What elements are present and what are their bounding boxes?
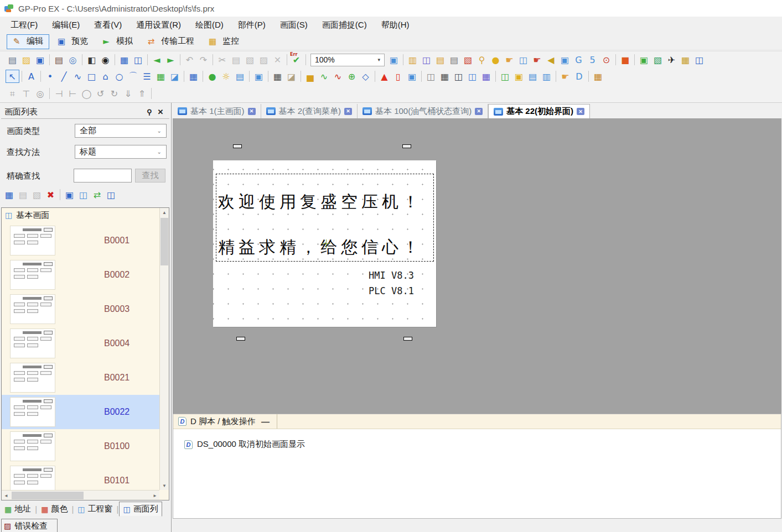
parts-list-icon[interactable]: ▤ bbox=[433, 53, 447, 66]
dscript-entry[interactable]: D DS_00000 取消初始画面显示 bbox=[184, 439, 781, 450]
data-display-icon[interactable]: ▤ bbox=[233, 70, 247, 83]
undo-icon[interactable]: ↶ bbox=[183, 53, 196, 66]
alarm-part-icon[interactable]: ▲ bbox=[377, 70, 391, 83]
screen-item-B0021[interactable]: B0021 bbox=[2, 361, 159, 395]
dot-tool-icon[interactable]: • bbox=[43, 70, 57, 83]
screen-tab-0[interactable]: 基本 1(主画面)✕ bbox=[173, 104, 261, 118]
screen-item-B0022[interactable]: B0022 bbox=[2, 395, 159, 429]
text-tool-icon[interactable]: A bbox=[24, 70, 38, 83]
list-paste-icon[interactable]: ▧ bbox=[30, 188, 44, 201]
save-project-icon[interactable]: ▣ bbox=[33, 53, 47, 66]
special-window-icon[interactable]: ▣ bbox=[512, 70, 526, 83]
language-change-icon[interactable]: ▣ bbox=[558, 53, 572, 66]
coil-icon[interactable]: ◯ bbox=[80, 87, 94, 100]
animation-edit-icon[interactable]: ▧ bbox=[461, 53, 475, 66]
hand-parts-icon[interactable]: ☛ bbox=[503, 53, 516, 66]
scroll-up-icon[interactable]: ▲ bbox=[160, 208, 169, 217]
list-delete-icon[interactable]: ✖ bbox=[44, 188, 58, 201]
hmi-version-text[interactable]: HMI V8.3 bbox=[369, 270, 414, 281]
paste-icon[interactable]: ▧ bbox=[243, 53, 257, 66]
scroll-left-icon[interactable]: ◄ bbox=[2, 491, 11, 500]
menu-item-6[interactable]: 画面(S) bbox=[273, 18, 315, 33]
backup-timer-icon[interactable]: ⊙ bbox=[599, 53, 613, 66]
screen-tab-2[interactable]: 基本 100(油气桶状态查询)✕ bbox=[358, 104, 488, 118]
timer-up-icon[interactable]: ↺ bbox=[94, 87, 107, 100]
close-panel-icon[interactable]: ✕ bbox=[155, 107, 166, 117]
remote-pc-icon[interactable]: ◫ bbox=[465, 70, 479, 83]
screen-item-B0002[interactable]: B0002 bbox=[2, 258, 159, 292]
menu-item-4[interactable]: 绘图(D) bbox=[188, 18, 231, 33]
ladder-tag-icon[interactable]: ⊤ bbox=[19, 87, 33, 100]
global-5-icon[interactable]: 5 bbox=[586, 53, 599, 66]
search-method-select[interactable]: 标题 ⌄ bbox=[75, 145, 167, 159]
menu-item-8[interactable]: 帮助(H) bbox=[374, 18, 417, 33]
transfer-color-icon[interactable]: ■ bbox=[618, 53, 632, 66]
new-project-icon[interactable]: ▤ bbox=[6, 53, 19, 66]
security-icon[interactable]: ● bbox=[489, 53, 503, 66]
print-preview-icon[interactable]: ◎ bbox=[66, 53, 80, 66]
window-clock-icon[interactable]: ◫ bbox=[516, 53, 530, 66]
sound-icon[interactable]: ◀ bbox=[544, 53, 558, 66]
line-tool-icon[interactable]: ╱ bbox=[57, 70, 71, 83]
scroll-thumb[interactable] bbox=[12, 492, 84, 499]
screen-capture-icon[interactable]: ◉ bbox=[99, 53, 112, 66]
welcome-line1[interactable]: 欢迎使用复盛空压机！ bbox=[218, 191, 423, 213]
redo-icon[interactable]: ↷ bbox=[196, 53, 210, 66]
touch-operation-icon[interactable]: ☛ bbox=[530, 53, 544, 66]
contact-b-icon[interactable]: ⊢ bbox=[66, 87, 80, 100]
screen-jump-icon[interactable]: ▣ bbox=[637, 53, 651, 66]
rect-tool-icon[interactable]: □ bbox=[85, 70, 99, 83]
text-display-icon[interactable]: ▣ bbox=[405, 70, 419, 83]
tab-color[interactable]: ▦颜色 bbox=[38, 502, 71, 516]
selection-handle[interactable] bbox=[233, 144, 242, 148]
list-preview-icon[interactable]: ▣ bbox=[63, 188, 76, 201]
image-import-icon[interactable]: ◪ bbox=[168, 70, 182, 83]
download-logic-icon[interactable]: ⇓ bbox=[121, 87, 135, 100]
compass-graph-icon[interactable]: ◇ bbox=[359, 70, 372, 83]
list-copy-multi-icon[interactable]: ◫ bbox=[76, 188, 90, 201]
screen-group-header[interactable]: ◫ 基本画面 bbox=[2, 208, 169, 222]
global-g-icon[interactable]: G bbox=[572, 53, 586, 66]
switch-part-icon[interactable]: ● bbox=[205, 70, 219, 83]
scatter-graph-icon[interactable]: ⊕ bbox=[345, 70, 359, 83]
delete-icon[interactable]: ✕ bbox=[271, 53, 284, 66]
tab-screen-list[interactable]: ◫画面列 bbox=[119, 502, 162, 517]
editor-canvas[interactable]: 欢迎使用复盛空压机！ 精益求精，给您信心！ HMI V8.3 PLC V8.1 bbox=[173, 118, 781, 414]
monitor-button[interactable]: ▦监控 bbox=[203, 34, 245, 49]
close-tab-icon[interactable]: ✕ bbox=[344, 108, 352, 115]
ellipse-tool-icon[interactable]: ○ bbox=[112, 70, 126, 83]
screen-item-B0101[interactable]: B0101 bbox=[2, 463, 159, 490]
screen-item-B0001[interactable]: B0001 bbox=[2, 223, 159, 258]
upload-logic-icon[interactable]: ⇑ bbox=[135, 87, 149, 100]
plc-version-text[interactable]: PLC V8.1 bbox=[369, 285, 414, 296]
menu-item-3[interactable]: 通用设置(R) bbox=[129, 18, 188, 33]
table-tool-icon[interactable]: ▦ bbox=[187, 70, 200, 83]
contact-a-icon[interactable]: ⊣ bbox=[52, 87, 66, 100]
keypad-part-icon[interactable]: ▦ bbox=[271, 70, 284, 83]
parts-box-icon[interactable]: ▦ bbox=[591, 70, 605, 83]
tab-error-check[interactable]: ▨ 错误检查 bbox=[1, 519, 58, 532]
select-cursor-icon[interactable]: ↖ bbox=[6, 70, 19, 83]
new-screen-icon[interactable]: ▦ bbox=[117, 53, 131, 66]
exact-search-input[interactable] bbox=[74, 169, 132, 182]
scroll-down-icon[interactable]: ▼ bbox=[160, 481, 169, 490]
movie-player-icon[interactable]: ◫ bbox=[452, 70, 465, 83]
horizontal-scrollbar[interactable]: ◄ ► bbox=[2, 490, 159, 500]
minimize-icon[interactable]: — bbox=[260, 417, 272, 426]
duplicate-icon[interactable]: ▨ bbox=[257, 53, 271, 66]
screen-type-select[interactable]: 全部 ⌄ bbox=[75, 124, 167, 138]
error-check-icon[interactable]: ✔Err bbox=[289, 53, 303, 66]
zoom-level-select[interactable]: 100%▾ bbox=[310, 54, 385, 66]
project-compare-icon[interactable]: ◧ bbox=[85, 53, 99, 66]
package-icon[interactable]: ◫ bbox=[692, 53, 706, 66]
scroll-right-icon[interactable]: ► bbox=[151, 491, 159, 500]
close-tab-icon[interactable]: ✕ bbox=[248, 108, 256, 115]
screen-item-B0100[interactable]: B0100 bbox=[2, 429, 159, 463]
draw-part-icon[interactable]: ◪ bbox=[284, 70, 298, 83]
transfer-project-button[interactable]: ⇄传输工程 bbox=[141, 34, 200, 49]
text-list-icon[interactable]: ▤ bbox=[526, 70, 540, 83]
window-part-icon[interactable]: ◫ bbox=[424, 70, 438, 83]
selection-handle[interactable] bbox=[403, 337, 412, 341]
simulate-button[interactable]: ►模拟 bbox=[96, 34, 139, 49]
key-mark-icon[interactable]: ⚲ bbox=[475, 53, 489, 66]
